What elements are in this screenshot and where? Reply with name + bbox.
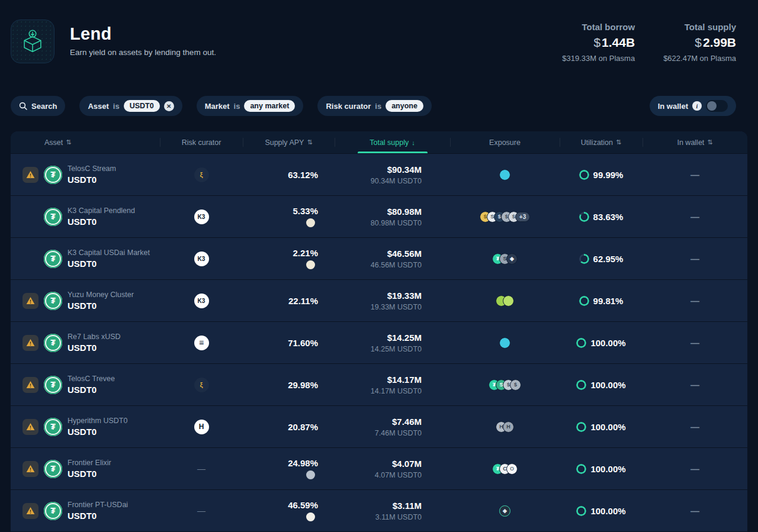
- total-supply-usd: $7.46M: [392, 417, 422, 427]
- sort-icon: ↓: [412, 139, 415, 146]
- asset-filter-op: is: [113, 102, 120, 111]
- supply-apy-value: 5.33%: [293, 206, 318, 216]
- supply-apy-cell: 63.12%: [243, 154, 335, 195]
- in-wallet-cell: —: [643, 322, 747, 363]
- warning-icon: [23, 503, 38, 519]
- exposure-coin-stack: ₮S$$: [489, 379, 521, 391]
- warning-slot-empty: [23, 209, 38, 225]
- in-wallet-cell: —: [643, 238, 747, 279]
- clear-asset-filter-icon[interactable]: ✕: [164, 101, 174, 111]
- column-header-utilization[interactable]: Utilization⇅: [560, 131, 643, 153]
- market-filter-op: is: [234, 102, 240, 111]
- in-wallet-filter: In wallet i: [650, 96, 736, 116]
- risk-curator-cell: K3: [160, 196, 243, 237]
- utilization-ring-icon: [579, 296, 589, 306]
- in-wallet-value: —: [690, 338, 699, 348]
- exposure-coin-icon: [499, 169, 510, 180]
- table-row[interactable]: ₮TelosC StreamUSDT0ξ63.12%$90.34M90.34M …: [11, 153, 747, 195]
- warning-icon: [23, 293, 38, 309]
- total-supply-usd: $80.98M: [387, 207, 422, 217]
- in-wallet-value: —: [690, 464, 699, 474]
- asset-names: Re7 Labs xUSDUSDT0: [68, 333, 121, 353]
- utilization-cell: 83.63%: [560, 196, 643, 237]
- total-supply-cell: $14.17M14.17M USDT0: [335, 364, 450, 405]
- asset-filter[interactable]: Asset is USDT0 ✕: [79, 96, 182, 116]
- total-supply-token: 19.33M USDT0: [371, 303, 422, 311]
- utilization-value: 100.00%: [590, 506, 625, 516]
- sort-icon: ⇅: [707, 138, 712, 146]
- search-button[interactable]: Search: [11, 96, 65, 116]
- supply-apy-cell: 2.21%: [243, 238, 335, 279]
- k3-curator-icon: K3: [194, 209, 209, 224]
- total-supply-cell: $4.07M4.07M USDT0: [335, 448, 450, 489]
- column-header-label: Risk curator: [182, 138, 221, 147]
- filter-bar: Search Asset is USDT0 ✕ Market is any ma…: [11, 96, 736, 116]
- warning-icon: [23, 377, 38, 393]
- supply-apy-value: 22.11%: [288, 296, 318, 306]
- asset-cell: ₮TelosC StreamUSDT0: [11, 154, 160, 195]
- column-header-asset[interactable]: Asset⇅: [11, 131, 160, 153]
- table-row[interactable]: ₮Frontier PT-USDaiUSDT0—46.59%$3.11M3.11…: [11, 489, 747, 531]
- risk-curator-cell: ≡: [160, 322, 243, 363]
- exposure-cell: $S$$$+3: [450, 196, 560, 237]
- utilization-ring-icon: [576, 506, 586, 516]
- risk-curator-cell: K3: [160, 238, 243, 279]
- usdt0-token-icon: ₮: [44, 166, 62, 184]
- asset-cell: ₮Re7 Labs xUSDUSDT0: [11, 322, 160, 363]
- total-supply-usd: $46.56M: [387, 249, 422, 259]
- exposure-cell: [450, 280, 560, 321]
- utilization-ring-icon: [579, 254, 589, 264]
- column-header-total-supply[interactable]: Total supply↓: [335, 131, 450, 153]
- exposure-coin-icon: $: [510, 379, 521, 391]
- exposure-cell: [450, 322, 560, 363]
- total-supply-token: 90.34M USDT0: [371, 177, 422, 185]
- column-header-label: Utilization: [581, 138, 613, 147]
- table-row[interactable]: ₮K3 Capital PendlendUSDT0K35.33%$80.98M8…: [11, 195, 747, 237]
- table-row[interactable]: ₮Frontier ElixirUSDT0—24.98%$4.07M4.07M …: [11, 447, 747, 489]
- market-name: Frontier PT-USDai: [68, 501, 128, 509]
- exposure-coin-icon: H: [503, 421, 514, 433]
- utilization-value: 83.63%: [593, 212, 624, 222]
- supply-apy-value: 24.98%: [288, 458, 318, 468]
- telosc-curator-icon: ξ: [194, 167, 209, 182]
- market-filter-label: Market: [205, 102, 230, 111]
- asset-cell: ₮Yuzu Money ClusterUSDT0: [11, 280, 160, 321]
- market-filter[interactable]: Market is any market: [197, 96, 304, 116]
- total-supply-cell: $90.34M90.34M USDT0: [335, 154, 450, 195]
- asset-names: Hyperithm USDT0USDT0: [68, 417, 127, 437]
- exposure-coin-stack: [499, 169, 510, 180]
- in-wallet-value: —: [690, 380, 699, 390]
- supply-apy-cell: 46.59%: [243, 490, 335, 531]
- table-body: ₮TelosC StreamUSDT0ξ63.12%$90.34M90.34M …: [11, 153, 747, 531]
- total-borrow-value: $1.44B: [562, 36, 635, 50]
- in-wallet-toggle[interactable]: [706, 100, 728, 112]
- supply-apy-cell: 5.33%: [243, 196, 335, 237]
- info-icon[interactable]: i: [692, 101, 702, 111]
- search-icon: [19, 102, 27, 110]
- exposure-coin-icon: ◆: [506, 253, 518, 265]
- usdt0-token-icon: ₮: [44, 418, 62, 436]
- page-header: Lend Earn yield on assets by lending the…: [11, 20, 736, 63]
- market-name: TelosC Trevee: [68, 375, 115, 383]
- supply-apy-cell: 22.11%: [243, 280, 335, 321]
- utilization-cell: 100.00%: [560, 322, 643, 363]
- exposure-coin-stack: ◆: [499, 505, 510, 517]
- table-row[interactable]: ₮Re7 Labs xUSDUSDT0≡71.60%$14.25M14.25M …: [11, 321, 747, 363]
- page-title: Lend: [70, 24, 216, 44]
- asset-token-label: USDT0: [68, 301, 134, 311]
- column-header-supply-apy[interactable]: Supply APY⇅: [243, 131, 335, 153]
- table-row[interactable]: ₮TelosC TreveeUSDT0ξ29.98%$14.17M14.17M …: [11, 363, 747, 405]
- table-row[interactable]: ₮K3 Capital USDai MarketUSDT0K32.21%$46.…: [11, 237, 747, 279]
- risk-curator-filter[interactable]: Risk curator is anyone: [317, 96, 431, 116]
- usdt0-token-icon: ₮: [44, 292, 62, 310]
- column-header-in-wallet[interactable]: In wallet⇅: [643, 131, 747, 153]
- total-supply-value: $2.99B: [663, 36, 736, 50]
- usdt0-token-icon: ₮: [44, 334, 62, 352]
- exposure-cell: [450, 154, 560, 195]
- asset-names: K3 Capital PendlendUSDT0: [68, 207, 135, 227]
- asset-token-label: USDT0: [68, 343, 121, 353]
- total-supply-cell: $80.98M80.98M USDT0: [335, 196, 450, 237]
- table-row[interactable]: ₮Yuzu Money ClusterUSDT0K322.11%$19.33M1…: [11, 279, 747, 321]
- total-borrow-stat: Total borrow $1.44B $319.33M on Plasma: [562, 22, 635, 63]
- table-row[interactable]: ₮Hyperithm USDT0USDT0H20.87%$7.46M7.46M …: [11, 405, 747, 447]
